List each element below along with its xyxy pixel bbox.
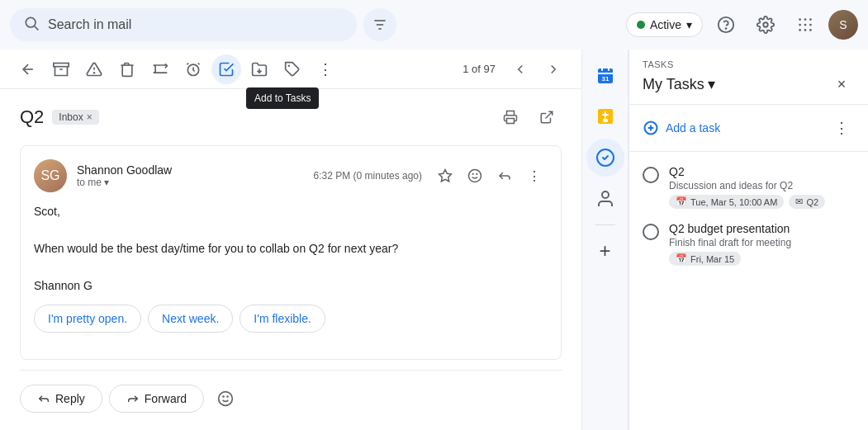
message-actions: ⋮ [432, 163, 548, 189]
tasks-more-button[interactable]: ⋮ [828, 115, 855, 141]
task-tag-1: Q2 [806, 197, 818, 207]
sender-name: Shannon Goodlaw [77, 163, 304, 177]
calendar-chip-icon: 📅 [676, 196, 687, 207]
tasks-section-label: TASKS [643, 59, 855, 69]
email-toolbar: Add to Tasks ⋮ 1 of 97 [0, 50, 581, 89]
emoji-react-button[interactable] [462, 163, 488, 189]
svg-point-0 [26, 17, 36, 27]
topbar: Search in mail Active ▾ [0, 0, 868, 50]
svg-point-10 [809, 18, 812, 21]
move-folder-button[interactable] [244, 54, 274, 84]
task-content-1: Q2 Discussion and ideas for Q2 📅 Tue, Ma… [669, 165, 855, 209]
next-email-button[interactable] [538, 54, 568, 84]
print-button[interactable] [496, 102, 525, 132]
back-button[interactable] [13, 54, 43, 84]
settings-button[interactable] [749, 8, 782, 41]
reply-button[interactable]: Reply [20, 385, 102, 413]
tasks-title-dropdown[interactable]: My Tasks ▾ [643, 75, 715, 93]
inbox-tag: Inbox × [52, 110, 98, 125]
report-spam-button[interactable] [79, 54, 109, 84]
sidebar-item-contacts[interactable] [586, 180, 624, 218]
more-actions-button[interactable]: ⋮ [311, 54, 340, 84]
smart-reply-3[interactable]: I'm flexible. [240, 305, 325, 333]
smart-reply-2[interactable]: Next week. [148, 305, 233, 333]
tooltip-add-to-tasks: Add to Tasks [246, 87, 319, 109]
inbox-tag-label: Inbox [59, 111, 83, 123]
emoji-button[interactable] [211, 384, 240, 413]
chevron-down-icon: ▾ [104, 177, 109, 188]
chevron-down-icon: ▾ [686, 18, 692, 31]
help-button[interactable] [709, 8, 742, 41]
filter-button[interactable] [363, 8, 396, 41]
topbar-right: Active ▾ S [626, 8, 858, 41]
snooze-button[interactable] [178, 54, 208, 84]
email-panel: Add to Tasks ⋮ 1 of 97 [0, 50, 582, 430]
sidebar-add-button[interactable]: + [586, 232, 624, 270]
inbox-tag-close[interactable]: × [87, 111, 92, 123]
sidebar-item-tasks[interactable] [586, 139, 624, 177]
reply-divider [20, 370, 562, 371]
task-item[interactable]: Q2 Discussion and ideas for Q2 📅 Tue, Ma… [629, 158, 868, 215]
sidebar-item-keep[interactable] [586, 97, 624, 135]
svg-point-31 [219, 392, 233, 406]
chevron-down-icon: ▾ [708, 75, 715, 93]
message-meta: 6:32 PM (0 minutes ago) [314, 170, 422, 182]
task-desc-2: Finish final draft for meeting [669, 237, 855, 248]
sender-avatar-img: SG [34, 159, 67, 192]
email-subject: Q2 [20, 106, 44, 128]
user-avatar-button[interactable]: S [828, 10, 858, 40]
prev-email-button[interactable] [505, 54, 535, 84]
sidebar-item-calendar[interactable]: 31 [586, 56, 624, 94]
svg-point-12 [804, 24, 807, 26]
delete-button[interactable] [112, 54, 142, 84]
task-title-2: Q2 budget presentation [669, 222, 855, 235]
main-area: Add to Tasks ⋮ 1 of 97 [0, 50, 868, 430]
forward-button[interactable]: Forward [109, 385, 204, 413]
side-panel: 31 + [582, 50, 628, 430]
svg-point-13 [809, 24, 812, 26]
email-count: 1 of 97 [462, 63, 496, 75]
task-item[interactable]: Q2 budget presentation Finish final draf… [629, 215, 868, 272]
svg-point-28 [469, 170, 481, 182]
sender-avatar: SG [34, 159, 67, 192]
reply-row: Reply Forward [20, 384, 562, 413]
svg-text:31: 31 [601, 75, 609, 83]
task-list: Q2 Discussion and ideas for Q2 📅 Tue, Ma… [629, 152, 868, 430]
reply-quick-button[interactable] [491, 163, 518, 189]
add-task-button[interactable]: Add a task [643, 120, 720, 136]
task-date-chip-1: 📅 Tue, Mar 5, 10:00 AM [669, 195, 784, 209]
star-button[interactable] [432, 163, 458, 189]
sender-to[interactable]: to me ▾ [77, 177, 304, 188]
archive-button[interactable] [46, 54, 76, 84]
label-button[interactable] [277, 54, 307, 84]
email-content: Q2 Inbox × [0, 89, 581, 430]
message-header: SG Shannon Goodlaw to me ▾ 6:32 PM (0 mi… [34, 159, 548, 192]
open-in-new-button[interactable] [532, 102, 562, 132]
svg-point-8 [799, 18, 801, 21]
calendar-chip-icon-2: 📅 [676, 253, 687, 264]
sidebar-divider [595, 224, 615, 225]
tasks-title-text: My Tasks [643, 76, 704, 93]
message-timestamp: 6:32 PM (0 minutes ago) [314, 170, 422, 182]
tasks-close-button[interactable]: × [828, 71, 855, 97]
smart-reply-1[interactable]: I'm pretty open. [34, 305, 141, 333]
smart-replies: I'm pretty open. Next week. I'm flexible… [34, 305, 548, 333]
task-checkbox-2[interactable] [643, 224, 659, 240]
message-signature: Shannon G [34, 276, 548, 295]
apps-button[interactable] [789, 8, 822, 41]
add-to-tasks-button[interactable] [211, 54, 241, 84]
forward-label: Forward [145, 392, 187, 405]
active-dot [637, 21, 645, 29]
tasks-panel: TASKS My Tasks ▾ × Add a task ⋮ [628, 50, 868, 430]
task-checkbox-1[interactable] [643, 167, 659, 183]
user-avatar: S [828, 10, 858, 40]
svg-marker-27 [439, 170, 452, 182]
message-more-button[interactable]: ⋮ [521, 163, 548, 189]
active-status-button[interactable]: Active ▾ [626, 12, 703, 37]
search-box[interactable]: Search in mail [10, 8, 357, 41]
message-body: Scot, When would be the best day/time fo… [34, 202, 548, 295]
task-date-1: Tue, Mar 5, 10:00 AM [690, 197, 777, 207]
svg-point-11 [799, 24, 801, 26]
tasks-header: TASKS My Tasks ▾ × [629, 50, 868, 105]
move-to-button[interactable] [145, 54, 175, 84]
